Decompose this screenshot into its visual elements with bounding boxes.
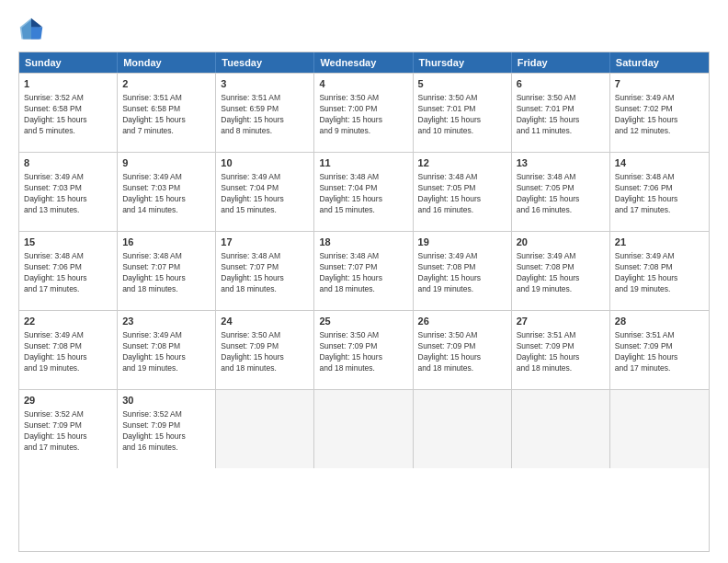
calendar-cell-day-15: 15Sunrise: 3:48 AMSunset: 7:06 PMDayligh…: [19, 232, 118, 310]
calendar-cell-day-19: 19Sunrise: 3:49 AMSunset: 7:08 PMDayligh…: [414, 232, 512, 310]
cell-sun-info: Sunrise: 3:48 AMSunset: 7:04 PMDaylight:…: [319, 172, 407, 216]
day-number: 17: [221, 236, 309, 249]
calendar-cell-day-7: 7Sunrise: 3:49 AMSunset: 7:02 PMDaylight…: [610, 74, 709, 152]
cell-sun-info: Sunrise: 3:52 AMSunset: 7:09 PMDaylight:…: [24, 409, 112, 454]
calendar-cell-empty: [414, 390, 512, 468]
calendar-cell-day-17: 17Sunrise: 3:48 AMSunset: 7:07 PMDayligh…: [216, 232, 314, 310]
calendar-cell-day-18: 18Sunrise: 3:48 AMSunset: 7:07 PMDayligh…: [314, 232, 413, 310]
day-number: 9: [122, 156, 210, 170]
weekday-header-monday: Monday: [118, 52, 216, 73]
weekday-header-wednesday: Wednesday: [314, 52, 413, 73]
cell-sun-info: Sunrise: 3:50 AMSunset: 7:00 PMDaylight:…: [319, 93, 407, 137]
day-number: 11: [319, 156, 407, 170]
svg-marker-2: [31, 27, 42, 39]
calendar-cell-empty: [610, 390, 709, 468]
cell-sun-info: Sunrise: 3:51 AMSunset: 7:09 PMDaylight:…: [615, 330, 704, 374]
calendar-cell-day-9: 9Sunrise: 3:49 AMSunset: 7:03 PMDaylight…: [118, 153, 216, 231]
page: SundayMondayTuesdayWednesdayThursdayFrid…: [0, 0, 728, 563]
cell-sun-info: Sunrise: 3:49 AMSunset: 7:08 PMDaylight:…: [517, 251, 605, 295]
calendar-cell-day-2: 2Sunrise: 3:51 AMSunset: 6:58 PMDaylight…: [118, 74, 216, 152]
calendar-row-3: 15Sunrise: 3:48 AMSunset: 7:06 PMDayligh…: [19, 231, 709, 310]
calendar-cell-day-26: 26Sunrise: 3:50 AMSunset: 7:09 PMDayligh…: [414, 311, 512, 389]
cell-sun-info: Sunrise: 3:52 AMSunset: 7:09 PMDaylight:…: [122, 409, 210, 454]
weekday-header-saturday: Saturday: [610, 52, 709, 73]
logo-icon: [18, 17, 44, 42]
day-number: 15: [24, 236, 112, 249]
calendar-cell-day-29: 29Sunrise: 3:52 AMSunset: 7:09 PMDayligh…: [19, 390, 118, 468]
calendar-cell-day-1: 1Sunrise: 3:52 AMSunset: 6:58 PMDaylight…: [19, 74, 118, 152]
svg-marker-1: [31, 18, 42, 28]
day-number: 19: [418, 236, 506, 249]
cell-sun-info: Sunrise: 3:49 AMSunset: 7:03 PMDaylight:…: [122, 172, 210, 216]
calendar-cell-day-14: 14Sunrise: 3:48 AMSunset: 7:06 PMDayligh…: [610, 153, 709, 231]
cell-sun-info: Sunrise: 3:48 AMSunset: 7:06 PMDaylight:…: [24, 251, 112, 295]
cell-sun-info: Sunrise: 3:51 AMSunset: 6:59 PMDaylight:…: [221, 93, 309, 137]
day-number: 2: [122, 77, 210, 91]
day-number: 20: [517, 236, 605, 249]
day-number: 1: [24, 77, 112, 91]
calendar-cell-day-22: 22Sunrise: 3:49 AMSunset: 7:08 PMDayligh…: [19, 311, 118, 389]
cell-sun-info: Sunrise: 3:48 AMSunset: 7:07 PMDaylight:…: [319, 251, 407, 295]
cell-sun-info: Sunrise: 3:48 AMSunset: 7:05 PMDaylight:…: [517, 172, 605, 216]
calendar-row-4: 22Sunrise: 3:49 AMSunset: 7:08 PMDayligh…: [19, 310, 709, 389]
cell-sun-info: Sunrise: 3:49 AMSunset: 7:08 PMDaylight:…: [122, 330, 210, 374]
day-number: 25: [319, 315, 407, 328]
header: [18, 17, 710, 42]
calendar-cell-day-3: 3Sunrise: 3:51 AMSunset: 6:59 PMDaylight…: [216, 74, 314, 152]
cell-sun-info: Sunrise: 3:52 AMSunset: 6:58 PMDaylight:…: [24, 93, 112, 137]
cell-sun-info: Sunrise: 3:48 AMSunset: 7:07 PMDaylight:…: [122, 251, 210, 295]
calendar-cell-day-20: 20Sunrise: 3:49 AMSunset: 7:08 PMDayligh…: [512, 232, 610, 310]
calendar-row-2: 8Sunrise: 3:49 AMSunset: 7:03 PMDaylight…: [19, 152, 709, 231]
day-number: 29: [24, 394, 112, 408]
calendar-cell-day-6: 6Sunrise: 3:50 AMSunset: 7:01 PMDaylight…: [512, 74, 610, 152]
cell-sun-info: Sunrise: 3:50 AMSunset: 7:09 PMDaylight:…: [319, 330, 407, 374]
cell-sun-info: Sunrise: 3:49 AMSunset: 7:04 PMDaylight:…: [221, 172, 309, 216]
day-number: 16: [122, 236, 210, 249]
calendar-cell-empty: [314, 390, 413, 468]
day-number: 8: [24, 156, 112, 170]
cell-sun-info: Sunrise: 3:50 AMSunset: 7:09 PMDaylight:…: [221, 330, 309, 374]
cell-sun-info: Sunrise: 3:49 AMSunset: 7:03 PMDaylight:…: [24, 172, 112, 216]
day-number: 21: [615, 236, 704, 249]
day-number: 10: [221, 156, 309, 170]
calendar-cell-day-30: 30Sunrise: 3:52 AMSunset: 7:09 PMDayligh…: [118, 390, 216, 468]
calendar-row-5: 29Sunrise: 3:52 AMSunset: 7:09 PMDayligh…: [19, 389, 709, 468]
day-number: 28: [615, 315, 704, 328]
cell-sun-info: Sunrise: 3:50 AMSunset: 7:01 PMDaylight:…: [418, 93, 506, 137]
day-number: 27: [517, 315, 605, 328]
calendar-cell-day-27: 27Sunrise: 3:51 AMSunset: 7:09 PMDayligh…: [512, 311, 610, 389]
calendar-cell-day-5: 5Sunrise: 3:50 AMSunset: 7:01 PMDaylight…: [414, 74, 512, 152]
weekday-header-tuesday: Tuesday: [216, 52, 314, 73]
calendar-cell-day-13: 13Sunrise: 3:48 AMSunset: 7:05 PMDayligh…: [512, 153, 610, 231]
calendar-cell-day-28: 28Sunrise: 3:51 AMSunset: 7:09 PMDayligh…: [610, 311, 709, 389]
day-number: 18: [319, 236, 407, 249]
cell-sun-info: Sunrise: 3:48 AMSunset: 7:06 PMDaylight:…: [615, 172, 704, 216]
weekday-header-thursday: Thursday: [414, 52, 512, 73]
day-number: 12: [418, 156, 506, 170]
calendar-header: SundayMondayTuesdayWednesdayThursdayFrid…: [19, 52, 709, 73]
calendar-cell-day-10: 10Sunrise: 3:49 AMSunset: 7:04 PMDayligh…: [216, 153, 314, 231]
calendar-cell-day-8: 8Sunrise: 3:49 AMSunset: 7:03 PMDaylight…: [19, 153, 118, 231]
day-number: 14: [615, 156, 704, 170]
cell-sun-info: Sunrise: 3:48 AMSunset: 7:07 PMDaylight:…: [221, 251, 309, 295]
day-number: 23: [122, 315, 210, 328]
day-number: 6: [517, 77, 605, 91]
logo: [18, 17, 48, 42]
cell-sun-info: Sunrise: 3:50 AMSunset: 7:09 PMDaylight:…: [418, 330, 506, 374]
calendar-cell-day-4: 4Sunrise: 3:50 AMSunset: 7:00 PMDaylight…: [314, 74, 413, 152]
day-number: 4: [319, 77, 407, 91]
cell-sun-info: Sunrise: 3:49 AMSunset: 7:08 PMDaylight:…: [418, 251, 506, 295]
day-number: 7: [615, 77, 704, 91]
cell-sun-info: Sunrise: 3:51 AMSunset: 6:58 PMDaylight:…: [122, 93, 210, 137]
calendar-cell-day-24: 24Sunrise: 3:50 AMSunset: 7:09 PMDayligh…: [216, 311, 314, 389]
cell-sun-info: Sunrise: 3:48 AMSunset: 7:05 PMDaylight:…: [418, 172, 506, 216]
day-number: 5: [418, 77, 506, 91]
calendar-cell-day-25: 25Sunrise: 3:50 AMSunset: 7:09 PMDayligh…: [314, 311, 413, 389]
calendar-cell-day-21: 21Sunrise: 3:49 AMSunset: 7:08 PMDayligh…: [610, 232, 709, 310]
cell-sun-info: Sunrise: 3:49 AMSunset: 7:02 PMDaylight:…: [615, 93, 704, 137]
day-number: 24: [221, 315, 309, 328]
calendar-cell-day-16: 16Sunrise: 3:48 AMSunset: 7:07 PMDayligh…: [118, 232, 216, 310]
calendar-cell-day-23: 23Sunrise: 3:49 AMSunset: 7:08 PMDayligh…: [118, 311, 216, 389]
svg-marker-3: [20, 18, 31, 40]
day-number: 22: [24, 315, 112, 328]
